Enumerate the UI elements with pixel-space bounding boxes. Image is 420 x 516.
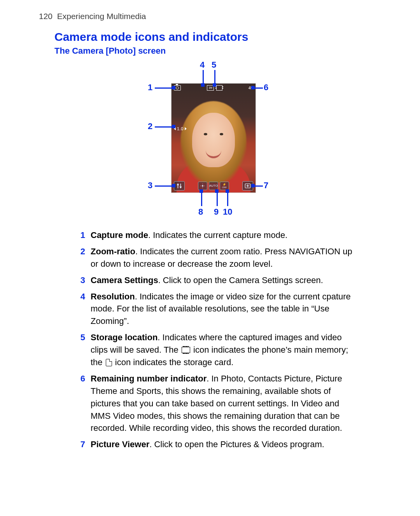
callout-5: 5 — [212, 60, 216, 70]
svg-point-6 — [247, 185, 248, 187]
brightness-button[interactable] — [198, 182, 207, 190]
storage-card-icon — [106, 359, 112, 366]
callout-3: 3 — [148, 180, 152, 191]
sub-heading: The Camera [Photo] screen — [54, 46, 381, 56]
camera-bottombar: AUTO ⚡OFF — [172, 180, 256, 191]
callout-8: 8 — [198, 207, 203, 217]
legend-item-1: 1 Capture mode. Indicates the current ca… — [76, 229, 358, 241]
camera-settings-button[interactable] — [174, 181, 185, 191]
legend-item-4: 4 Resolution. Indicates the image or vid… — [76, 290, 358, 328]
legend-item-7: 7 Picture Viewer. Click to open the Pict… — [76, 438, 358, 451]
callout-6: 6 — [264, 82, 268, 93]
photo-subject — [172, 84, 256, 192]
flash-button[interactable]: ⚡OFF — [220, 182, 229, 190]
section-heading: Camera mode icons and indicators — [54, 30, 381, 44]
zoom-indicator: 1.0 — [174, 126, 187, 131]
chapter-title: Experiencing Multimedia — [57, 12, 146, 21]
manual-page: 120 Experiencing Multimedia Camera mode … — [0, 0, 420, 516]
zoom-value: 1.0 — [177, 126, 184, 131]
page-number: 120 — [39, 12, 52, 21]
camera-screen: 1M 49 1.0 — [171, 83, 256, 193]
callout-10: 10 — [223, 207, 232, 217]
callout-2: 2 — [148, 121, 152, 131]
main-memory-icon — [182, 347, 190, 353]
storage-icon — [216, 85, 222, 91]
callout-4: 4 — [200, 60, 205, 70]
legend-item-2: 2 Zoom-ratio. Indicates the current zoom… — [76, 245, 358, 270]
running-header: 120 Experiencing Multimedia — [39, 12, 381, 21]
legend-item-6: 6 Remaining number indicator. In Photo, … — [76, 373, 358, 434]
camera-diagram: 1M 49 1.0 — [101, 60, 319, 221]
whitebalance-button[interactable]: AUTO — [209, 182, 218, 190]
svg-point-0 — [202, 185, 203, 187]
legend-item-5: 5 Storage location. Indicates where the … — [76, 331, 358, 369]
callout-7: 7 — [264, 180, 268, 191]
callout-9: 9 — [214, 207, 219, 217]
legend-item-3: 3 Camera Settings. Click to open the Cam… — [76, 274, 358, 287]
legend-list: 1 Capture mode. Indicates the current ca… — [76, 229, 358, 451]
callout-1: 1 — [148, 82, 152, 93]
